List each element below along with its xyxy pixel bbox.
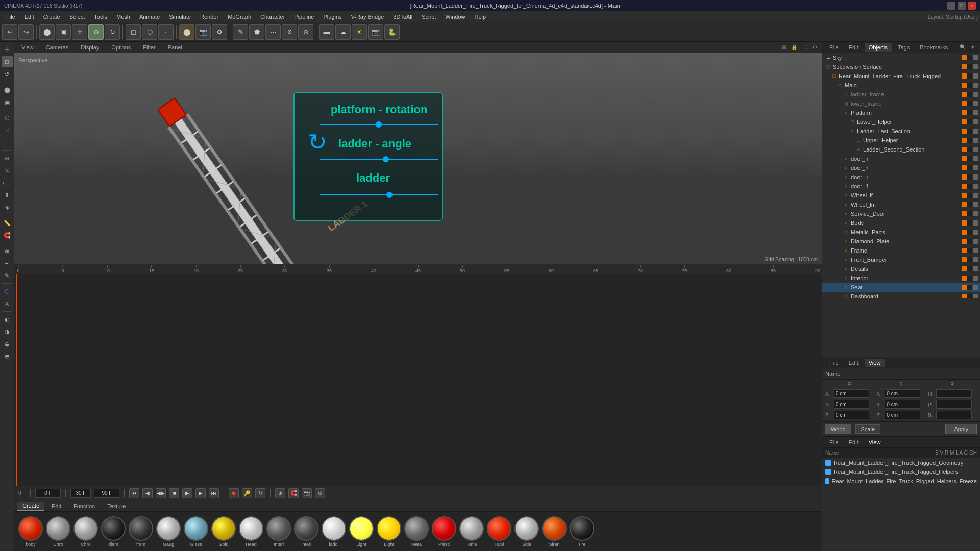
sculpt-button[interactable]: ⬟ xyxy=(249,24,264,40)
timeline-track-area[interactable] xyxy=(14,274,822,486)
mat-tab-texture[interactable]: Texture xyxy=(102,502,131,510)
mograph-button[interactable]: ⊛ xyxy=(298,24,313,40)
obj-filter-icon[interactable]: ▼ xyxy=(969,43,977,52)
obj-tab-tags[interactable]: Tags xyxy=(894,43,914,52)
vp-icon-settings[interactable]: ⚙ xyxy=(811,43,819,52)
tool-select-live[interactable]: ⬤ xyxy=(2,84,13,95)
tool-extra3[interactable]: ◒ xyxy=(2,338,13,349)
tl-stop-button[interactable]: ■ xyxy=(169,488,179,498)
vp-tab-options[interactable]: Options xyxy=(107,43,135,52)
tool-paint2[interactable]: ✎ xyxy=(2,270,13,281)
timeline-playhead[interactable] xyxy=(16,274,17,486)
vp-tab-filter[interactable]: Filter xyxy=(139,43,159,52)
obj-row-details[interactable]: ○Details xyxy=(822,264,980,273)
mat-item-Refle-16[interactable]: Refle xyxy=(459,516,484,547)
menu-help[interactable]: Help xyxy=(470,13,490,21)
menu-simulate[interactable]: Simulate xyxy=(165,13,195,21)
scene-tab-view[interactable]: View xyxy=(865,438,885,446)
tool-python2[interactable]: ⬡ xyxy=(2,286,13,297)
coord-sy-input[interactable] xyxy=(885,400,920,409)
coord-tab-file[interactable]: File xyxy=(825,359,843,367)
mat-item-Chro-2[interactable]: Chro xyxy=(74,516,98,547)
mat-item-Tire-20[interactable]: Tire xyxy=(570,516,594,547)
tl-play-mode-button[interactable]: ⊙ xyxy=(315,488,325,498)
obj-row-diamond-plate[interactable]: ○Diamond_Plate xyxy=(822,237,980,246)
obj-row-dashboard[interactable]: ○Dashboard xyxy=(822,292,980,298)
menu-create[interactable]: Create xyxy=(39,13,64,21)
obj-row-lower-frame[interactable]: ◇lower_frame xyxy=(822,99,980,108)
mat-item-Siren-19[interactable]: Siren xyxy=(542,516,567,547)
undo-button[interactable]: ↩ xyxy=(2,24,17,40)
obj-tab-edit[interactable]: Edit xyxy=(845,43,863,52)
menu-pipeline[interactable]: Pipeline xyxy=(290,13,318,21)
obj-row-upper-helper[interactable]: □Upper_Helper xyxy=(822,136,980,145)
mat-item-Rubi-17[interactable]: Rubi xyxy=(487,516,511,547)
tl-autokey-button[interactable]: 🔑 xyxy=(242,488,252,498)
tl-play-reverse-button[interactable]: ◀▶ xyxy=(156,488,166,498)
mat-tab-function[interactable]: Function xyxy=(68,502,100,510)
tool-snapping[interactable]: 🧲 xyxy=(2,230,13,241)
frame-current-input[interactable] xyxy=(35,489,61,498)
tool-extrude[interactable]: ⬆ xyxy=(2,189,13,201)
coord-rz-input[interactable] xyxy=(936,411,972,419)
viewport-3d[interactable]: SL 84 xyxy=(14,53,822,264)
mat-item-Light-12[interactable]: Light xyxy=(349,516,374,547)
mat-item-laddi-11[interactable]: laddi xyxy=(322,516,346,547)
obj-row-rear-mount-ladder-fire-truck-rigged[interactable]: □Rear_Mount_Ladder_Fire_Truck_Rigged xyxy=(822,71,980,81)
coord-world-button[interactable]: World xyxy=(825,424,851,434)
tl-camera-button[interactable]: 📷 xyxy=(302,488,312,498)
menu-tools[interactable]: Tools xyxy=(90,13,111,21)
menu-mograph[interactable]: MoGraph xyxy=(224,13,255,21)
scene-name-row-geometry[interactable]: Rear_Mount_Ladder_Fire_Truck_Rigged_Geom… xyxy=(822,458,980,467)
coord-apply-button[interactable]: Apply xyxy=(945,424,977,434)
tool-magnet[interactable]: ⊗ xyxy=(2,153,13,164)
mat-item-body-0[interactable]: body xyxy=(18,516,43,547)
menu-character[interactable]: Character xyxy=(256,13,289,21)
tl-loop-button[interactable]: ↻ xyxy=(255,488,265,498)
render-to-picture-button[interactable]: 📷 xyxy=(195,24,211,40)
scale-button[interactable]: ⊕ xyxy=(88,24,104,40)
floor-button[interactable]: ▬ xyxy=(319,24,334,40)
coord-tab-edit[interactable]: Edit xyxy=(845,359,863,367)
camera-button[interactable]: 📷 xyxy=(368,24,383,40)
menu-3dtoall[interactable]: 3DToAll xyxy=(389,13,416,21)
timeline-ruler[interactable]: 051015202530354045505560657075808590 xyxy=(14,264,822,274)
obj-row-lower-helper[interactable]: □Lower_Helper xyxy=(822,117,980,127)
coord-rx-input[interactable] xyxy=(936,389,972,398)
coord-sx-input[interactable] xyxy=(885,389,920,398)
render-settings-button[interactable]: ⚙ xyxy=(212,24,227,40)
obj-row-service-door[interactable]: ○Service_Door xyxy=(822,209,980,218)
mat-item-Interi-10[interactable]: Interi xyxy=(294,516,318,547)
obj-tab-bookmarks[interactable]: Bookmarks xyxy=(916,43,952,52)
menu-render[interactable]: Render xyxy=(196,13,223,21)
coord-sz-input[interactable] xyxy=(885,411,920,419)
obj-search-icon[interactable]: 🔍 xyxy=(959,43,967,52)
coord-ry-input[interactable] xyxy=(936,400,972,409)
paint-button[interactable]: ✎ xyxy=(233,24,248,40)
mat-item-diam-3[interactable]: diam xyxy=(101,516,126,547)
tool-measure[interactable]: 📏 xyxy=(2,217,13,229)
tl-snap-button[interactable]: 🧲 xyxy=(288,488,299,498)
obj-row-main[interactable]: ○Main xyxy=(822,81,980,90)
menu-vray[interactable]: V-Ray Bridge xyxy=(347,13,388,21)
tool-bevel[interactable]: ◈ xyxy=(2,202,13,213)
coord-tab-view[interactable]: View xyxy=(865,359,885,367)
obj-tab-file[interactable]: File xyxy=(825,43,843,52)
rotate-button[interactable]: ↻ xyxy=(105,24,120,40)
tl-prev-button[interactable]: ◀ xyxy=(142,488,153,498)
tl-first-button[interactable]: ⏮ xyxy=(129,488,139,498)
menu-file[interactable]: File xyxy=(2,13,19,21)
tool-edge[interactable]: ⟋ xyxy=(2,124,13,136)
tool-extra1[interactable]: ◐ xyxy=(2,314,13,325)
obj-row-door-rf[interactable]: ○door_rf xyxy=(822,163,980,172)
obj-row-door-lr[interactable]: ○door_lr xyxy=(822,172,980,182)
mat-item-Plasti-15[interactable]: Plasti xyxy=(432,516,456,547)
coord-px-input[interactable] xyxy=(834,389,869,398)
frame-end-input[interactable] xyxy=(94,489,119,498)
move-button[interactable]: ✛ xyxy=(72,24,87,40)
live-selection-button[interactable]: ⬤ xyxy=(39,24,55,40)
hair-button[interactable]: ⋯ xyxy=(265,24,281,40)
menu-animate[interactable]: Animate xyxy=(135,13,164,21)
menu-plugins[interactable]: Plugins xyxy=(319,13,346,21)
tl-play-button[interactable]: ▶ xyxy=(182,488,192,498)
